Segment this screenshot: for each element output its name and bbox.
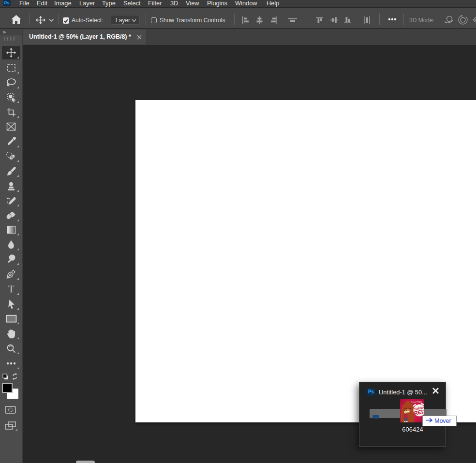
svg-text:Disney PIXAR: Disney PIXAR: [411, 401, 422, 403]
svg-text:T: T: [8, 284, 14, 294]
